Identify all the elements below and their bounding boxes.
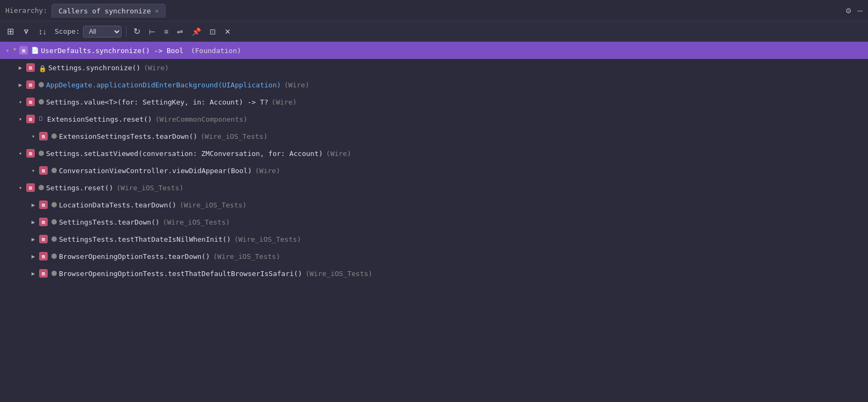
- row-text-9: LocationDataTests.tearDown(): [59, 201, 176, 209]
- dim-text-4: (WireCommonComponents): [155, 115, 248, 123]
- dim-text-3: (Wire): [272, 98, 297, 106]
- scope-label: Scope:: [55, 27, 80, 35]
- chevron-4: ▾: [16, 116, 25, 123]
- tree-row-11[interactable]: ▶ m SettingsTests.testThatDateIsNilWhenI…: [0, 230, 868, 248]
- dim-text-6: (Wire): [326, 150, 351, 158]
- header-bar: Hierarchy: Callers of synchronize ✕ ⚙ —: [0, 0, 868, 21]
- module-tag-6: m: [26, 149, 35, 158]
- module-tag-5: m: [39, 132, 48, 140]
- row-text-12: BrowserOpeningOptionTests.tearDown(): [59, 252, 210, 260]
- tree-row-2[interactable]: ▶ m AppDelegate.applicationDidEnterBackg…: [0, 76, 868, 93]
- dot-10: [51, 219, 57, 225]
- tree-row-12[interactable]: ▶ m BrowserOpeningOptionTests.tearDown()…: [0, 248, 868, 265]
- dim-text-11: (Wire_iOS_Tests): [234, 235, 301, 243]
- dim-text-10: (Wire_iOS_Tests): [163, 218, 230, 226]
- dot-13: [51, 271, 57, 276]
- row-text-3: Settings.value<T>(for: SettingKey, in: A…: [46, 98, 268, 106]
- hierarchy-label: Hierarchy:: [5, 6, 47, 14]
- star-badge-root: *: [13, 47, 17, 54]
- row-text-7: ConversationViewController.viewDidAppear…: [59, 167, 252, 175]
- dim-text-7: (Wire): [255, 167, 280, 175]
- dot-9: [51, 202, 57, 207]
- module-tag-2: m: [26, 80, 35, 89]
- align-right-button[interactable]: ⇌: [174, 26, 186, 38]
- tree-row-1[interactable]: ▶ m 🔒 Settings.synchronize() (Wire): [0, 59, 868, 76]
- module-tag-3: m: [26, 98, 35, 106]
- tree-row-9[interactable]: ▶ m LocationDataTests.tearDown() (Wire_i…: [0, 196, 868, 213]
- row-text-11: SettingsTests.testThatDateIsNilWhenInit(…: [59, 235, 231, 243]
- row-text-2: AppDelegate.applicationDidEnterBackgroun…: [46, 81, 281, 89]
- dim-text-2: (Wire): [284, 81, 309, 89]
- row-text-1: Settings.synchronize(): [48, 64, 140, 72]
- dim-text-8: (Wire_iOS_Tests): [116, 184, 183, 192]
- external-button[interactable]: ⊡: [207, 26, 219, 38]
- file-icon-4: 🗋: [38, 115, 46, 123]
- module-tag-8: m: [26, 183, 35, 192]
- tree-row-6[interactable]: ▾ m Settings.setLastViewed(conversation:…: [0, 145, 868, 162]
- tree-row-4[interactable]: ▾ m 🗋 ExtensionSettings.reset() (WireCom…: [0, 110, 868, 128]
- tree-row-7[interactable]: ▾ m ConversationViewController.viewDidAp…: [0, 162, 868, 179]
- tree-row-13[interactable]: ▶ m BrowserOpeningOptionTests.testThatDe…: [0, 265, 868, 282]
- module-tag-7: m: [39, 166, 48, 175]
- row-text-10: SettingsTests.tearDown(): [59, 218, 160, 226]
- dim-text-9: (Wire_iOS_Tests): [179, 201, 246, 209]
- dim-text-1: (Wire): [144, 64, 169, 72]
- chevron-6: ▾: [16, 150, 25, 157]
- callers-tab[interactable]: Callers of synchronize ✕: [51, 4, 166, 18]
- file-icon-root: 📄: [31, 47, 39, 54]
- module-tag-11: m: [39, 235, 48, 243]
- tree-row-5[interactable]: ▾ m ExtensionSettingsTests.tearDown() (W…: [0, 128, 868, 145]
- dot-5: [51, 133, 57, 139]
- tab-close-icon[interactable]: ✕: [155, 8, 159, 14]
- module-tag-12: m: [39, 252, 48, 260]
- sort-button[interactable]: ↕↓: [36, 25, 49, 38]
- root-text: UserDefaults.synchronize() -> Bool (Foun…: [41, 47, 241, 55]
- minimize-icon[interactable]: —: [857, 5, 863, 16]
- expand-button[interactable]: ⊢: [146, 26, 158, 38]
- tree-row-10[interactable]: ▶ m SettingsTests.tearDown() (Wire_iOS_T…: [0, 213, 868, 230]
- dim-text-12: (Wire_iOS_Tests): [213, 252, 280, 260]
- hierarchy-button[interactable]: ⛛: [20, 26, 33, 38]
- chevron-12: ▶: [29, 253, 38, 260]
- tree-row-root[interactable]: ▾ * m 📄 UserDefaults.synchronize() -> Bo…: [0, 42, 868, 59]
- module-tag-root: m: [19, 46, 28, 55]
- row-text-8: Settings.reset(): [46, 184, 113, 192]
- chevron-2: ▶: [16, 81, 25, 88]
- toolbar-separator: [126, 26, 126, 37]
- tree-row-3[interactable]: ▾ m Settings.value<T>(for: SettingKey, i…: [0, 93, 868, 110]
- dot-2: [39, 82, 44, 87]
- dot-11: [51, 236, 57, 242]
- pin-button[interactable]: 📌: [189, 26, 204, 38]
- dot-12: [51, 254, 57, 259]
- chevron-11: ▶: [29, 236, 38, 243]
- chevron-8: ▾: [16, 184, 25, 191]
- toolbar: ⊞ ⛛ ↕↓ Scope: All Project ↻ ⊢ ≡ ⇌ 📌 ⊡ ✕: [0, 21, 868, 42]
- align-left-button[interactable]: ≡: [161, 26, 171, 38]
- chevron-5: ▾: [29, 133, 38, 140]
- row-text-13: BrowserOpeningOptionTests.testThatDefaul…: [59, 270, 302, 278]
- chevron-10: ▶: [29, 219, 38, 226]
- dot-6: [39, 151, 44, 156]
- scope-select[interactable]: All Project: [83, 26, 122, 38]
- tree-row-8[interactable]: ▾ m Settings.reset() (Wire_iOS_Tests): [0, 179, 868, 196]
- row-text-6: Settings.setLastViewed(conversation: ZMC…: [46, 150, 323, 158]
- module-tag-1: m: [26, 63, 35, 72]
- dim-text-13: (Wire_iOS_Tests): [305, 270, 372, 278]
- chevron-3: ▾: [16, 99, 25, 106]
- chevron-13: ▶: [29, 270, 38, 277]
- chevron-9: ▶: [29, 202, 38, 209]
- row-text-4: ExtensionSettings.reset(): [47, 115, 152, 123]
- row-text-5: ExtensionSettingsTests.tearDown(): [59, 132, 197, 140]
- chevron-7: ▾: [29, 167, 38, 174]
- chevron-1: ▶: [16, 64, 25, 71]
- refresh-button[interactable]: ↻: [131, 25, 143, 38]
- filter-button[interactable]: ⊞: [4, 25, 17, 38]
- call-hierarchy-tree: ▾ * m 📄 UserDefaults.synchronize() -> Bo…: [0, 42, 868, 402]
- module-tag-13: m: [39, 269, 48, 278]
- settings-icon[interactable]: ⚙: [846, 5, 851, 16]
- module-tag-9: m: [39, 200, 48, 209]
- close-toolbar-button[interactable]: ✕: [222, 26, 234, 38]
- tab-label: Callers of synchronize: [58, 7, 151, 15]
- header-actions: ⚙ —: [846, 5, 863, 16]
- dot-3: [39, 99, 44, 105]
